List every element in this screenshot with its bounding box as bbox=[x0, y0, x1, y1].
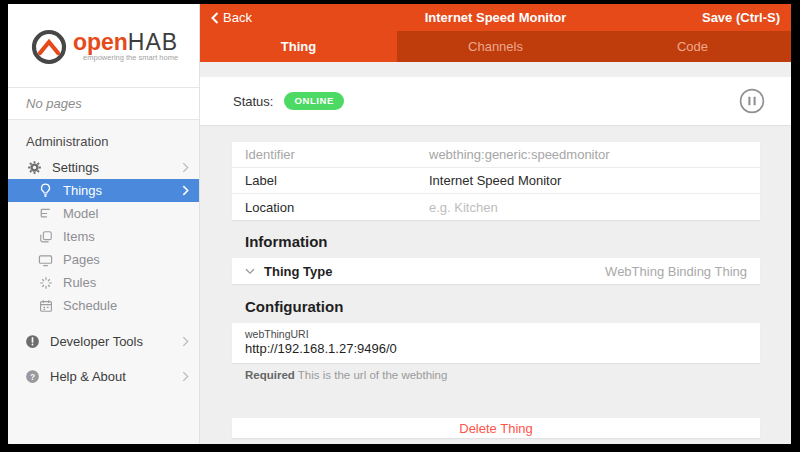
save-button[interactable]: Save (Ctrl-S) bbox=[702, 10, 780, 25]
thing-type-value: WebThing Binding Thing bbox=[605, 264, 747, 279]
sidebar-item-settings[interactable]: Settings bbox=[8, 156, 199, 179]
tab-code[interactable]: Code bbox=[594, 31, 791, 62]
identifier-label: Identifier bbox=[245, 147, 429, 162]
thing-fields-card: Identifier webthing:generic:speedmonitor… bbox=[232, 142, 760, 220]
rules-sparkle-icon bbox=[37, 275, 54, 291]
svg-text:?: ? bbox=[30, 372, 35, 382]
items-copy-icon bbox=[37, 229, 54, 245]
information-heading: Information bbox=[245, 233, 760, 250]
sidebar-nav: Administration Settings bbox=[8, 120, 199, 444]
back-button[interactable]: Back bbox=[211, 10, 252, 25]
sidebar-item-label: Model bbox=[63, 206, 98, 221]
tab-channels[interactable]: Channels bbox=[397, 31, 594, 62]
chevron-right-icon bbox=[182, 336, 189, 347]
location-input[interactable]: e.g. Kitchen bbox=[429, 200, 498, 215]
main-panel: Internet Speed Monitor Back Save (Ctrl-S… bbox=[200, 4, 791, 444]
brand-open: open bbox=[73, 29, 128, 55]
webthing-uri-value[interactable]: http://192.168.1.27:9496/0 bbox=[245, 341, 747, 357]
chevron-right-icon bbox=[182, 185, 189, 196]
configuration-heading: Configuration bbox=[245, 298, 760, 315]
webthing-uri-label: webThingURI bbox=[245, 328, 747, 341]
thing-detail-content: Status: ONLINE Identifier webthing:gener… bbox=[200, 62, 791, 444]
question-circle-icon: ? bbox=[24, 369, 41, 385]
status-block: Status: ONLINE bbox=[200, 77, 791, 125]
tab-bar: Thing Channels Code bbox=[200, 31, 791, 62]
brand-tagline: empowering the smart home bbox=[73, 53, 178, 62]
back-label: Back bbox=[223, 10, 252, 25]
sidebar-item-pages[interactable]: Pages bbox=[8, 248, 199, 271]
status-badge: ONLINE bbox=[284, 92, 344, 110]
sidebar-item-label: Settings bbox=[52, 160, 99, 175]
sidebar-item-model[interactable]: Model bbox=[8, 202, 199, 225]
location-row: Location e.g. Kitchen bbox=[232, 194, 760, 220]
pause-circle-icon[interactable] bbox=[739, 88, 765, 114]
sidebar-item-label: Pages bbox=[63, 252, 100, 267]
sidebar-item-label: Help & About bbox=[50, 369, 126, 384]
sidebar-item-developer-tools[interactable]: Developer Tools bbox=[8, 330, 199, 353]
sidebar-item-label: Schedule bbox=[63, 298, 117, 313]
status-label: Status: bbox=[233, 94, 273, 109]
exclamation-circle-icon bbox=[24, 334, 41, 350]
sidebar-item-label: Rules bbox=[63, 275, 96, 290]
chevron-right-icon bbox=[182, 371, 189, 382]
schedule-calendar-icon bbox=[37, 298, 54, 314]
label-row: Label Internet Speed Monitor bbox=[232, 168, 760, 194]
sidebar-item-label: Developer Tools bbox=[50, 334, 143, 349]
sidebar-item-things[interactable]: Things bbox=[8, 179, 199, 202]
thing-type-row[interactable]: Thing Type WebThing Binding Thing bbox=[232, 258, 760, 284]
identifier-row: Identifier webthing:generic:speedmonitor bbox=[232, 142, 760, 168]
tab-thing[interactable]: Thing bbox=[200, 31, 397, 62]
sidebar-item-schedule[interactable]: Schedule bbox=[8, 294, 199, 317]
location-label: Location bbox=[245, 200, 429, 215]
sidebar-item-help-about[interactable]: ? Help & About bbox=[8, 365, 199, 388]
thing-type-label: Thing Type bbox=[264, 264, 332, 279]
chevron-right-icon bbox=[182, 162, 189, 173]
openhab-logo: openHAB empowering the smart home bbox=[29, 26, 178, 66]
delete-thing-button[interactable]: Delete Thing bbox=[232, 418, 760, 438]
sidebar-item-items[interactable]: Items bbox=[8, 225, 199, 248]
gear-icon bbox=[26, 160, 43, 176]
app-window: openHAB empowering the smart home No pag… bbox=[8, 4, 791, 444]
sidebar: openHAB empowering the smart home No pag… bbox=[8, 4, 200, 444]
pages-monitor-icon bbox=[37, 252, 54, 268]
required-text: This is the url of the webthing bbox=[295, 369, 448, 381]
no-pages-label: No pages bbox=[8, 88, 199, 120]
sidebar-item-rules[interactable]: Rules bbox=[8, 271, 199, 294]
label-input[interactable]: Internet Speed Monitor bbox=[429, 173, 561, 188]
label-label: Label bbox=[245, 173, 429, 188]
openhab-logo-icon bbox=[29, 26, 69, 66]
required-label: Required bbox=[245, 369, 295, 381]
logo-panel: openHAB empowering the smart home bbox=[8, 4, 199, 88]
navbar: Internet Speed Monitor Back Save (Ctrl-S… bbox=[200, 4, 791, 31]
brand-hab: HAB bbox=[128, 29, 178, 55]
lightbulb-icon bbox=[37, 183, 54, 199]
identifier-value: webthing:generic:speedmonitor bbox=[429, 147, 610, 162]
chevron-down-icon bbox=[245, 268, 255, 275]
model-tree-icon bbox=[37, 206, 54, 222]
chevron-left-icon bbox=[211, 12, 219, 24]
sidebar-item-label: Items bbox=[63, 229, 95, 244]
required-note: Required This is the url of the webthing bbox=[245, 369, 760, 381]
brand-text: openHAB empowering the smart home bbox=[73, 30, 178, 62]
webthing-uri-field[interactable]: webThingURI http://192.168.1.27:9496/0 bbox=[232, 323, 760, 363]
sidebar-item-label: Things bbox=[63, 183, 102, 198]
administration-header: Administration bbox=[8, 130, 199, 156]
